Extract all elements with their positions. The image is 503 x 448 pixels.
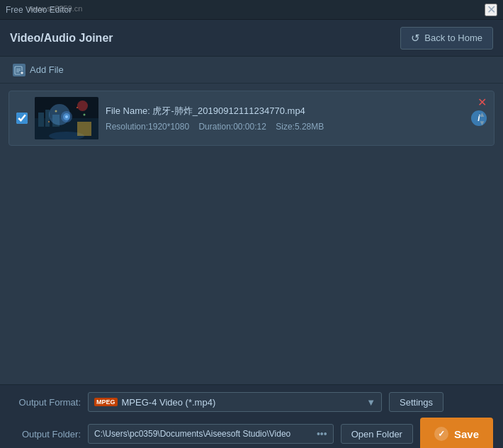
app-title: Free Video Editor <box>6 5 72 15</box>
close-button[interactable]: ✕ <box>485 4 497 16</box>
move-up-button[interactable]: ▲ <box>479 111 486 118</box>
save-check-icon: ✓ <box>434 427 448 441</box>
file-name: File Name: 虎牙-肺炸_20190912111234770.mp4 <box>106 105 464 117</box>
move-buttons: ▲ ▼ <box>479 111 486 127</box>
chevron-down-icon: ▼ <box>366 397 375 408</box>
svg-point-18 <box>48 121 50 122</box>
svg-rect-9 <box>38 113 44 127</box>
back-icon: ↺ <box>411 32 420 45</box>
back-to-home-button[interactable]: ↺ Back to Home <box>400 27 493 50</box>
header-bar: Video/Audio Joiner ↺ Back to Home <box>0 20 503 57</box>
format-value: MPEG-4 Video (*.mp4) <box>122 397 216 408</box>
folder-path-display: C:\Users\pc0359\Documents\Aiseesoft Stud… <box>88 424 334 444</box>
add-file-icon <box>13 64 26 76</box>
remove-file-button[interactable]: ✕ <box>477 97 487 108</box>
save-button[interactable]: ✓ Save <box>420 418 493 448</box>
file-thumbnail <box>35 97 98 139</box>
output-folder-label: Output Folder: <box>10 429 81 440</box>
content-area: File Name: 虎牙-肺炸_20190912111234770.mp4 R… <box>0 84 503 384</box>
back-to-home-label: Back to Home <box>424 33 482 43</box>
file-meta: Resolution:1920*1080 Duration:00:00:12 S… <box>106 122 464 132</box>
add-file-button[interactable]: Add File <box>7 61 69 79</box>
browse-folder-button[interactable]: ••• <box>317 428 327 440</box>
format-icon: MPEG <box>94 398 118 406</box>
format-select[interactable]: MPEG MPEG-4 Video (*.mp4) ▼ <box>88 392 382 412</box>
bottom-panel: Output Format: MPEG MPEG-4 Video (*.mp4)… <box>0 384 503 448</box>
file-actions: ✕ ▲ ▼ <box>477 97 487 127</box>
folder-path-text: C:\Users\pc0359\Documents\Aiseesoft Stud… <box>94 429 312 439</box>
save-label: Save <box>454 428 479 440</box>
move-down-button[interactable]: ▼ <box>479 120 486 127</box>
add-file-label: Add File <box>30 64 64 75</box>
file-info: File Name: 虎牙-肺炸_20190912111234770.mp4 R… <box>106 105 464 132</box>
output-format-label: Output Format: <box>10 397 81 408</box>
settings-button[interactable]: Settings <box>389 392 443 412</box>
toolbar: Add File <box>0 57 503 84</box>
page-title: Video/Audio Joiner <box>10 32 113 45</box>
output-folder-row: Output Folder: C:\Users\pc0359\Documents… <box>10 418 493 448</box>
output-format-row: Output Format: MPEG MPEG-4 Video (*.mp4)… <box>10 392 493 412</box>
titlebar: Free Video Editor ✕ <box>0 0 503 20</box>
open-folder-button[interactable]: Open Folder <box>341 424 413 444</box>
file-checkbox[interactable] <box>16 113 28 124</box>
svg-point-17 <box>84 114 86 116</box>
file-item: File Name: 虎牙-肺炸_20190912111234770.mp4 R… <box>9 91 494 146</box>
